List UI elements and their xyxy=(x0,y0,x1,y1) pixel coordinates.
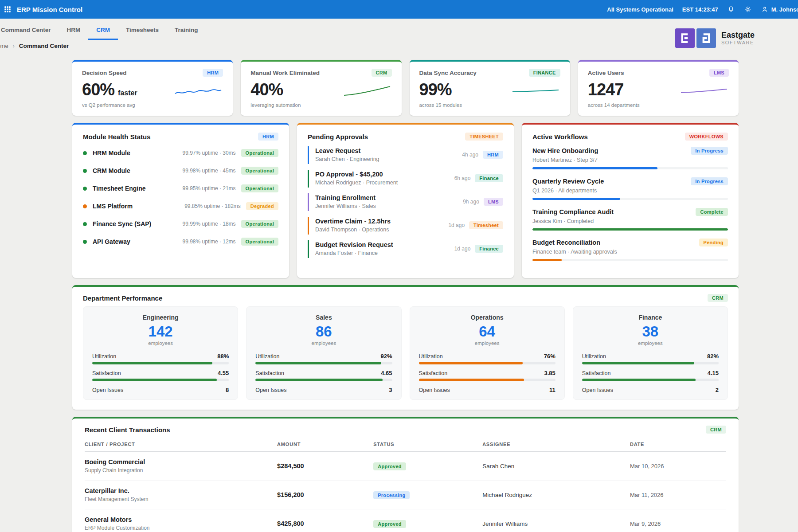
clock: EST 14:23:47 xyxy=(682,6,718,13)
kpi-manual-work: Manual Work Eliminated CRM 40% leveragin… xyxy=(241,60,401,116)
satisfaction-bar xyxy=(255,379,392,381)
breadcrumb-home[interactable]: Home xyxy=(0,43,8,49)
kpi-title: Active Users xyxy=(588,70,624,76)
col-date: DATE xyxy=(630,442,726,447)
kpi-data-sync: Data Sync Accuracy FINANCE 99% across 15… xyxy=(410,60,570,116)
table-header-row: CLIENT / PROJECT AMOUNT STATUS ASSIGNEE … xyxy=(85,438,726,452)
approval-item[interactable]: Overtime Claim - 12.5hrs David Thompson … xyxy=(308,217,503,235)
approval-item[interactable]: Budget Revision Request Amanda Foster · … xyxy=(308,240,503,258)
metric-value: 11 xyxy=(549,387,555,393)
table-row[interactable]: Boeing Commercial Supply Chain Integrati… xyxy=(85,452,726,481)
metric-label: Utilization xyxy=(419,353,443,360)
metric-label: Open Issues xyxy=(92,387,123,393)
kpi-subtext: leveraging automation xyxy=(250,102,391,108)
status-dot-green xyxy=(83,151,87,155)
status-dot-green xyxy=(83,169,87,173)
kpi-value: 99% xyxy=(419,80,452,99)
project-name: Fleet Management System xyxy=(85,496,277,502)
dept-panel-operations: Operations 64 employees Utilization 76% … xyxy=(410,306,565,400)
module-uptime: 99.99% uptime · 18ms xyxy=(183,221,236,227)
metric-label: Utilization xyxy=(582,353,606,360)
metric-value: 92% xyxy=(380,353,392,360)
notifications-button[interactable] xyxy=(727,5,735,13)
tab-timesheets[interactable]: Timesheets xyxy=(118,20,167,40)
dept-panel-sales: Sales 86 employees Utilization 92% Satis… xyxy=(246,306,401,400)
workflow-name: Quarterly Review Cycle xyxy=(532,178,604,185)
settings-button[interactable] xyxy=(744,5,752,13)
bell-icon xyxy=(727,5,735,13)
tab-crm[interactable]: CRM xyxy=(88,20,118,40)
approval-requester: Amanda Foster · Finance xyxy=(315,250,393,256)
approval-name: Overtime Claim - 12.5hrs xyxy=(315,218,391,225)
dept-panel-finance: Finance 38 employees Utilization 82% Sat… xyxy=(573,306,728,400)
metric-label: Open Issues xyxy=(582,387,613,393)
workflow-subtitle: Finance team · Awaiting approvals xyxy=(532,249,728,255)
project-name: Supply Chain Integration xyxy=(85,467,277,473)
tab-training[interactable]: Training xyxy=(167,20,206,40)
table-row[interactable]: General Motors ERP Module Customization … xyxy=(85,509,726,532)
metric-value: 82% xyxy=(707,353,719,360)
company-logo: Eastgate SOFTWARE xyxy=(675,28,755,48)
dashboard: Decision Speed HRM 60%faster vs Q2 perfo… xyxy=(72,60,739,532)
metric-label: Open Issues xyxy=(419,387,450,393)
status-row: Module Health Status HRM HRM Module 99.9… xyxy=(72,123,739,278)
amount: $425,800 xyxy=(277,520,373,527)
sparkline-icon xyxy=(173,84,223,97)
logo-mark-icon xyxy=(675,28,716,48)
approval-item[interactable]: Training Enrollment Jennifer Williams · … xyxy=(308,193,503,211)
module-health-card: Module Health Status HRM HRM Module 99.9… xyxy=(72,123,289,278)
status-badge: Operational xyxy=(241,220,278,228)
workflow-item: Quarterly Review Cycle In Progress Q1 20… xyxy=(532,177,728,200)
module-badge-hrm: HRM xyxy=(203,69,223,77)
dept-employee-count: 86 xyxy=(255,324,392,340)
approval-name: Budget Revision Request xyxy=(315,241,393,248)
module-badge-crm: CRM xyxy=(372,69,392,77)
assignee: Sarah Chen xyxy=(482,463,630,469)
transactions-table: CLIENT / PROJECT AMOUNT STATUS ASSIGNEE … xyxy=(85,438,726,532)
kpi-active-users: Active Users LMS 1247 across 14 departme… xyxy=(578,60,739,116)
date: Mar 11, 2026 xyxy=(630,492,726,498)
col-client-project: CLIENT / PROJECT xyxy=(85,442,277,447)
satisfaction-bar xyxy=(92,379,229,381)
table-row[interactable]: Caterpillar Inc. Fleet Management System… xyxy=(85,481,726,509)
assignee: Jennifer Williams xyxy=(482,520,630,527)
approval-requester: Michael Rodriguez · Procurement xyxy=(315,180,398,186)
utilization-bar xyxy=(92,362,229,364)
utilization-bar xyxy=(419,362,555,364)
dept-unit-label: employees xyxy=(255,340,392,346)
approval-requester: David Thompson · Operations xyxy=(315,227,391,233)
metric-label: Satisfaction xyxy=(419,370,448,376)
sparkline-icon xyxy=(511,84,560,97)
module-badge-finance: Finance xyxy=(475,174,503,182)
kpi-subtext: across 14 departments xyxy=(588,102,729,108)
dept-name: Engineering xyxy=(92,314,229,321)
module-health-row: Finance Sync (SAP) 99.99% uptime · 18ms … xyxy=(83,215,278,233)
tab-hrm[interactable]: HRM xyxy=(59,20,89,40)
satisfaction-bar xyxy=(582,379,719,381)
metric-value: 8 xyxy=(226,387,229,393)
kpi-decision-speed: Decision Speed HRM 60%faster vs Q2 perfo… xyxy=(72,60,233,116)
utilization-bar xyxy=(255,362,392,364)
kpi-title: Manual Work Eliminated xyxy=(250,70,320,76)
card-title: Active Workflows xyxy=(532,133,588,141)
client-name: Boeing Commercial xyxy=(85,458,277,466)
module-badge-hrm: HRM xyxy=(258,133,278,141)
status-badge: Degraded xyxy=(246,202,278,210)
approval-item[interactable]: Leave Request Sarah Chen · Engineering 4… xyxy=(308,146,503,164)
user-menu[interactable]: M. Johnson xyxy=(761,5,798,13)
transactions-card: Recent Client Transactions CRM CLIENT / … xyxy=(72,417,739,532)
metric-value: 3.85 xyxy=(544,370,555,376)
approval-name: Leave Request xyxy=(315,147,379,154)
module-badge-crm: CRM xyxy=(706,426,726,434)
module-badge-finance: Finance xyxy=(475,245,503,253)
app-grid-icon[interactable] xyxy=(4,5,12,13)
module-uptime: 99.85% uptime · 182ms xyxy=(184,203,241,209)
approval-age: 1d ago xyxy=(454,246,471,252)
sparkline-icon xyxy=(342,84,392,97)
workflow-name: Budget Reconciliation xyxy=(532,239,600,246)
tab-command-center[interactable]: Command Center xyxy=(0,20,59,40)
status-dot-green xyxy=(83,187,87,191)
system-status: All Systems Operational xyxy=(607,6,673,13)
dept-employee-count: 64 xyxy=(419,324,555,340)
approval-item[interactable]: PO Approval - $45,200 Michael Rodriguez … xyxy=(308,170,503,188)
